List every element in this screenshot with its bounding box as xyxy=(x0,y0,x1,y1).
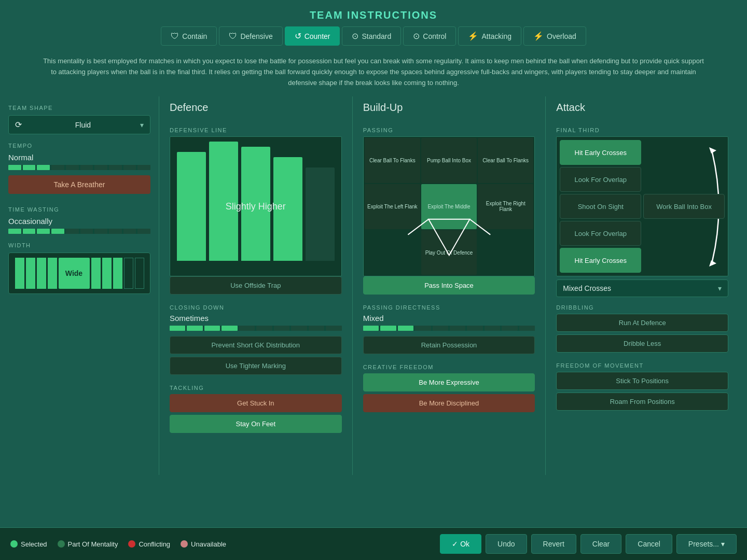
stay-on-feet-button[interactable]: Stay On Feet xyxy=(170,415,342,433)
prevent-short-gk-button[interactable]: Prevent Short GK Distribution xyxy=(170,336,342,354)
attack-panel: Attack FINAL THIRD Hit Early Crosses Loo… xyxy=(545,96,739,475)
time-wasting-slider[interactable] xyxy=(8,229,150,234)
overload-icon: ⚡ xyxy=(533,31,544,41)
legend-mentality-label: Part Of Mentality xyxy=(68,540,118,548)
closing-down-slider[interactable] xyxy=(170,326,342,331)
def-bar-5 xyxy=(306,167,335,261)
work-ball-into-box-button[interactable]: Work Ball Into Box xyxy=(643,194,725,219)
tw-seg-1 xyxy=(8,229,21,234)
presets-label: Presets... xyxy=(688,540,719,548)
shoot-on-sight-button[interactable]: Shoot On Sight xyxy=(560,194,641,219)
tempo-slider[interactable] xyxy=(8,165,150,170)
clear-button[interactable]: Clear xyxy=(580,534,621,554)
attack-chart: Hit Early Crosses Look For Overlap Shoot… xyxy=(556,136,728,276)
stick-to-positions-button[interactable]: Stick To Positions xyxy=(556,372,728,390)
mentality-tabs: 🛡 Contain 🛡 Defensive ↺ Counter ⊙ Standa… xyxy=(0,26,747,51)
fluid-icon: ⟳ xyxy=(15,120,22,130)
use-offside-trap-button[interactable]: Use Offside Trap xyxy=(170,276,342,295)
legend-unavailable-label: Unavailable xyxy=(191,540,226,548)
tab-standard-label: Standard xyxy=(362,32,391,40)
team-shape-dropdown[interactable]: ⟳ Fluid ▾ xyxy=(8,115,150,134)
legend-selected: Selected xyxy=(10,540,47,548)
tab-defensive-label: Defensive xyxy=(240,32,272,40)
tab-standard[interactable]: ⊙ Standard xyxy=(342,26,401,46)
be-more-expressive-button[interactable]: Be More Expressive xyxy=(363,373,535,391)
tw-seg-7 xyxy=(94,229,107,234)
mixed-crosses-value: Mixed Crosses xyxy=(563,284,611,292)
pass-cell-6[interactable]: Exploit The Right Flank xyxy=(478,184,533,229)
pass-cell-8[interactable]: Play Out Of Defence xyxy=(421,230,477,275)
passing-chart: Clear Ball To Flanks Pump Ball Into Box … xyxy=(363,136,535,276)
tempo-seg-1 xyxy=(8,165,21,170)
look-for-overlap-top-button[interactable]: Look For Overlap xyxy=(560,167,641,192)
width-label: WIDTH xyxy=(8,242,150,248)
pass-into-space-button[interactable]: Pass Into Space xyxy=(363,276,535,295)
tw-seg-3 xyxy=(37,229,50,234)
tempo-seg-3 xyxy=(37,165,50,170)
defence-title: Defence xyxy=(170,96,342,120)
mixed-crosses-dropdown[interactable]: Mixed Crosses ▾ xyxy=(556,279,728,297)
width-bar-2 xyxy=(26,258,35,289)
presets-button[interactable]: Presets... ▾ xyxy=(676,534,737,554)
look-for-overlap-bot-button[interactable]: Look For Overlap xyxy=(560,221,641,246)
legend-unavailable: Unavailable xyxy=(181,540,226,548)
run-at-defence-button[interactable]: Run At Defence xyxy=(556,314,728,332)
tempo-seg-9 xyxy=(123,165,136,170)
undo-button[interactable]: Undo xyxy=(486,534,527,554)
tab-attacking[interactable]: ⚡ Attacking xyxy=(458,26,521,46)
attack-cell-empty-3 xyxy=(643,221,725,246)
left-panel: TEAM SHAPE ⟳ Fluid ▾ TEMPO Normal Take A… xyxy=(8,96,159,475)
main-content: TEAM SHAPE ⟳ Fluid ▾ TEMPO Normal Take A… xyxy=(0,96,747,475)
mentality-description: This mentality is best employed for matc… xyxy=(0,51,747,96)
shape-value: Fluid xyxy=(75,121,91,129)
final-third-label: FINAL THIRD xyxy=(556,127,728,133)
roam-from-positions-button[interactable]: Roam From Positions xyxy=(556,393,728,411)
tab-counter-label: Counter xyxy=(305,32,330,40)
width-widget[interactable]: Wide xyxy=(8,253,150,294)
defensive-line-value: Slightly Higher xyxy=(226,201,286,212)
tab-counter[interactable]: ↺ Counter xyxy=(285,26,340,46)
closing-down-value: Sometimes xyxy=(170,314,342,323)
hit-early-crosses-top-button[interactable]: Hit Early Crosses xyxy=(560,140,641,165)
defensive-line-label: DEFENSIVE LINE xyxy=(170,127,342,133)
tab-overload[interactable]: ⚡ Overload xyxy=(523,26,586,46)
pass-cell-9 xyxy=(478,230,533,275)
tab-contain[interactable]: 🛡 Contain xyxy=(161,26,217,46)
legend: Selected Part Of Mentality Conflicting U… xyxy=(10,540,226,548)
defensive-line-chart: Slightly Higher xyxy=(170,136,342,276)
creative-freedom-label: CREATIVE FREEDOM xyxy=(363,364,535,370)
cancel-button[interactable]: Cancel xyxy=(626,534,672,554)
pass-cell-3[interactable]: Clear Ball To Flanks xyxy=(478,138,533,183)
take-breather-button[interactable]: Take A Breather xyxy=(8,175,150,194)
defensive-icon: 🛡 xyxy=(229,32,237,41)
pass-cell-5[interactable]: Exploit The Middle xyxy=(421,184,477,229)
width-value: Wide xyxy=(65,269,82,277)
dribble-less-button[interactable]: Dribble Less xyxy=(556,334,728,353)
pass-cell-7 xyxy=(365,230,420,275)
tempo-seg-2 xyxy=(23,165,36,170)
retain-possession-button[interactable]: Retain Possession xyxy=(363,336,535,354)
tempo-seg-5 xyxy=(66,165,79,170)
tab-control[interactable]: ⊙ Control xyxy=(403,26,456,46)
tab-defensive[interactable]: 🛡 Defensive xyxy=(219,26,282,46)
pass-cell-1[interactable]: Clear Ball To Flanks xyxy=(365,138,420,183)
revert-button[interactable]: Revert xyxy=(531,534,576,554)
pass-cell-2[interactable]: Pump Ball Into Box xyxy=(421,138,477,183)
get-stuck-in-button[interactable]: Get Stuck In xyxy=(170,394,342,412)
contain-icon: 🛡 xyxy=(171,32,179,41)
bottom-actions: ✓ Ok Undo Revert Clear Cancel Presets...… xyxy=(440,534,737,554)
tempo-seg-6 xyxy=(80,165,93,170)
be-more-disciplined-button[interactable]: Be More Disciplined xyxy=(363,394,535,412)
pass-cell-4[interactable]: Exploit The Left Flank xyxy=(365,184,420,229)
attacking-icon: ⚡ xyxy=(468,31,478,41)
tw-seg-8 xyxy=(109,229,122,234)
buildup-title: Build-Up xyxy=(363,96,535,120)
tempo-seg-8 xyxy=(109,165,122,170)
ok-button[interactable]: ✓ Ok xyxy=(440,534,481,554)
directness-slider[interactable] xyxy=(363,326,535,331)
standard-icon: ⊙ xyxy=(352,31,358,41)
use-tighter-marking-button[interactable]: Use Tighter Marking xyxy=(170,357,342,375)
tempo-value: Normal xyxy=(8,153,150,162)
hit-early-crosses-bot-button[interactable]: Hit Early Crosses xyxy=(560,248,641,273)
width-bar-6 xyxy=(102,258,112,289)
